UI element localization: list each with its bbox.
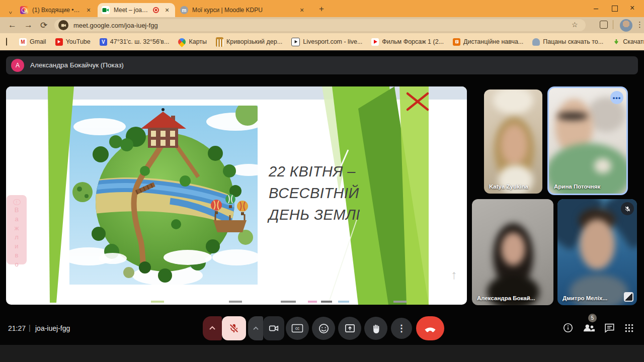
bookmark-label: Дистанційне навча...	[463, 38, 523, 45]
tab-meet-active[interactable]: Meet – joa-iuej-fgg ×	[98, 3, 175, 17]
chevron-up-icon	[253, 326, 259, 331]
livesport-icon	[291, 38, 300, 46]
close-tab-icon[interactable]: ×	[298, 7, 306, 14]
participants-button[interactable]	[583, 322, 596, 335]
bookmark-label: Скачать с Контакта,...	[623, 38, 644, 45]
v-icon: V	[100, 38, 107, 46]
camera-icon	[268, 323, 279, 334]
presenter-banner: A Александра Бокайчук (Показ)	[6, 56, 638, 74]
bookmark-university[interactable]: Криворізький дер...	[216, 37, 282, 47]
site-info-camera-icon[interactable]	[58, 20, 68, 30]
participant-name: Александра Бокай...	[477, 295, 535, 301]
participant-name: Арина Поточняк	[554, 184, 600, 190]
green-arrow-icon	[612, 38, 620, 46]
tab-instagram[interactable]: (1) Входящие • Чаты ×	[16, 3, 97, 17]
presenter-name: Александра Бокайчук (Показ)	[30, 61, 124, 69]
tab-moodle[interactable]: m Мої курси | Moodle KDPU ×	[176, 3, 310, 17]
new-tab-button[interactable]: +	[316, 4, 327, 15]
map-pin-icon	[177, 36, 187, 47]
hand-icon	[371, 323, 381, 334]
bookmark-film[interactable]: Фильм Форсаж 1 (2...	[371, 38, 444, 46]
video-feed	[493, 89, 533, 114]
chat-button[interactable]	[604, 322, 615, 335]
person-icon	[532, 38, 540, 46]
mic-toggle-button-muted[interactable]	[222, 316, 246, 340]
tab-label: (1) Входящие • Чаты	[32, 7, 80, 14]
window-close-button[interactable]: ×	[630, 4, 634, 13]
important-side-tab[interactable]: ! Важливо	[7, 195, 27, 264]
meeting-details-button[interactable]	[562, 322, 574, 335]
bookmark-patsany[interactable]: Пацаны скачать то...	[532, 38, 603, 46]
leave-call-button[interactable]	[416, 316, 444, 340]
forward-icon[interactable]: →	[24, 20, 33, 30]
muted-mic-icon	[621, 202, 634, 215]
tile-more-options-icon[interactable]: •••	[610, 91, 623, 104]
browser-menu-icon[interactable]: ⋮	[636, 20, 643, 29]
apps-grid-icon[interactable]	[6, 38, 7, 46]
youtube-icon	[55, 38, 63, 46]
participant-tile-aleksandra[interactable]: Александра Бокай...	[472, 199, 553, 305]
footer-divider: |	[29, 324, 31, 332]
bookmark-livesport[interactable]: Livesport.com - live...	[291, 38, 362, 46]
meet-favicon	[102, 6, 110, 14]
raise-hand-button[interactable]	[364, 317, 387, 340]
camera-toggle-button[interactable]	[263, 316, 284, 340]
video-feed	[501, 232, 525, 265]
tab-label: Meet – joa-iuej-fgg	[114, 7, 149, 14]
extensions-icon[interactable]	[600, 21, 608, 29]
participant-name: Katya Zyukina	[489, 184, 528, 190]
video-effects-icon[interactable]	[624, 292, 633, 302]
presenter-avatar: A	[11, 59, 24, 72]
mic-off-icon	[228, 323, 239, 334]
apps-grid-icon	[624, 323, 634, 333]
reload-icon[interactable]: ⟳	[40, 20, 47, 31]
back-icon[interactable]: ←	[8, 20, 17, 30]
slide-title-line: ДЕНЬ ЗЕМЛІ	[269, 204, 374, 226]
close-tab-icon[interactable]: ×	[163, 7, 171, 14]
bookmark-vk-download[interactable]: Скачать с Контакта,...	[612, 38, 644, 46]
close-tab-icon[interactable]: ×	[85, 7, 93, 14]
participant-tile-dmytro[interactable]: Дмитро Меліх...	[557, 199, 637, 305]
participants-count-badge: 5	[588, 314, 597, 322]
camera-options-button[interactable]	[248, 316, 263, 340]
film-play-icon	[371, 38, 379, 46]
bookmark-gmail[interactable]: M Gmail	[19, 38, 46, 46]
bookmark-label: Gmail	[30, 38, 46, 45]
activities-button[interactable]	[624, 323, 634, 335]
bookmark-label: Карты	[189, 38, 207, 45]
bookmark-label: 47°31'с. ш. 32°56'в...	[110, 38, 170, 45]
bookmark-youtube[interactable]: YouTube	[55, 38, 91, 46]
video-feed	[501, 125, 527, 165]
hang-up-icon	[424, 322, 437, 335]
scroll-up-arrow-icon[interactable]: ↑	[451, 267, 457, 282]
bookmark-star-icon[interactable]: ☆	[572, 21, 578, 29]
mic-options-button[interactable]	[203, 316, 222, 340]
toolbar-divider	[613, 20, 613, 29]
chevron-up-icon	[209, 326, 216, 331]
window-maximize-button[interactable]	[612, 6, 618, 12]
reactions-button[interactable]	[312, 317, 335, 340]
more-options-button[interactable]: ⋮	[391, 318, 412, 339]
bookmark-distance-learning[interactable]: Дистанційне навча...	[453, 38, 523, 46]
bookmark-label: Livesport.com - live...	[303, 38, 362, 45]
bookmarks-bar: M Gmail YouTube V 47°31'с. ш. 32°56'в...…	[0, 33, 644, 50]
participant-tile-arina[interactable]: ••• Арина Поточняк	[547, 86, 628, 195]
bookmark-label: Фильм Форсаж 1 (2...	[382, 38, 444, 45]
present-screen-button[interactable]	[338, 317, 361, 340]
window-minimize-button[interactable]: –	[594, 4, 598, 13]
captions-button[interactable]: cc	[286, 317, 309, 340]
slide-decorations	[6, 86, 467, 305]
gmail-icon: M	[19, 38, 27, 46]
important-icon: !	[13, 199, 21, 205]
shared-slide: 22 КВІТНЯ – ВСЕСВІТНІЙ ДЕНЬ ЗЕМЛІ ↑	[6, 86, 467, 305]
url-text[interactable]: meet.google.com/joa-iuej-fgg	[73, 22, 158, 29]
svg-text:cc: cc	[295, 326, 299, 331]
screen: ^ (1) Входящие • Чаты × Meet – joa-iuej-…	[0, 0, 644, 362]
bookmark-coordinates[interactable]: V 47°31'с. ш. 32°56'в...	[100, 38, 170, 46]
tab-search-icon[interactable]: ^	[5, 6, 16, 15]
bookmark-label: Пацаны скачать то...	[543, 38, 603, 45]
bookmark-maps[interactable]: Карты	[178, 38, 207, 46]
participant-tile-katya[interactable]: Katya Zyukina	[484, 89, 542, 194]
tab-label: Мої курси | Moodle KDPU	[192, 7, 294, 14]
profile-avatar[interactable]	[620, 19, 632, 32]
